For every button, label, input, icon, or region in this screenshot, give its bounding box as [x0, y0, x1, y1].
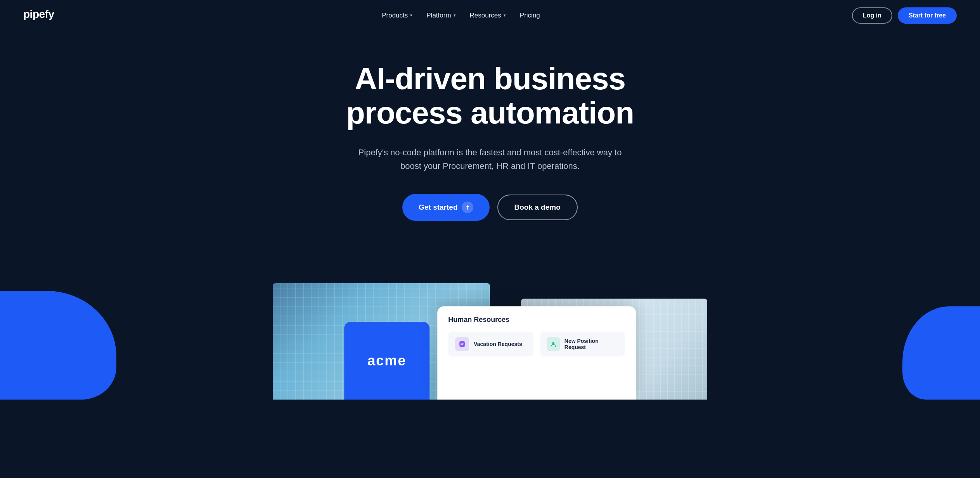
hero-section: AI-driven business process automation Pi…	[0, 31, 980, 244]
vacation-requests-label: Vacation Requests	[474, 341, 522, 347]
nav-resources-label: Resources	[470, 12, 501, 19]
nav-resources[interactable]: Resources ▾	[470, 12, 506, 19]
logo[interactable]: pipefy	[23, 7, 70, 24]
book-demo-button[interactable]: Book a demo	[497, 195, 578, 220]
svg-point-4	[552, 342, 554, 344]
get-started-button[interactable]: Get started ↗	[402, 194, 489, 221]
hero-buttons: Get started ↗ Book a demo	[402, 194, 578, 221]
chevron-down-icon: ▾	[504, 13, 506, 18]
nav-right: Log in Start for free	[852, 7, 957, 24]
get-started-label: Get started	[419, 203, 457, 212]
acme-label: acme	[367, 353, 406, 369]
ui-card-container: acme Human Resources Vacation Requests	[344, 306, 636, 400]
hero-title: AI-driven business process automation	[315, 62, 665, 130]
svg-rect-3	[461, 344, 463, 345]
svg-rect-2	[461, 343, 464, 344]
hr-items: Vacation Requests New Position Request	[448, 332, 625, 356]
nav-platform-label: Platform	[426, 12, 451, 19]
login-button[interactable]: Log in	[852, 7, 892, 24]
navbar: pipefy Products ▾ Platform ▾ Resources ▾…	[0, 0, 980, 31]
nav-pricing[interactable]: Pricing	[520, 12, 540, 19]
nav-products[interactable]: Products ▾	[382, 12, 412, 19]
vacation-icon	[455, 337, 469, 351]
position-icon	[547, 337, 560, 351]
arrow-icon: ↗	[459, 199, 475, 216]
hr-card: Human Resources Vacation Requests	[437, 306, 636, 400]
svg-text:pipefy: pipefy	[23, 8, 54, 20]
position-request-label: New Position Request	[564, 338, 618, 350]
logo-text: pipefy	[23, 7, 70, 24]
start-free-button[interactable]: Start for free	[898, 7, 957, 24]
chevron-down-icon: ▾	[410, 13, 412, 18]
hero-subtitle: Pipefy's no-code platform is the fastest…	[358, 146, 622, 173]
nav-platform[interactable]: Platform ▾	[426, 12, 455, 19]
hr-card-title: Human Resources	[448, 316, 625, 324]
acme-card: acme	[344, 322, 429, 400]
nav-products-label: Products	[382, 12, 408, 19]
hr-item-vacation: Vacation Requests	[448, 332, 533, 356]
nav-pricing-label: Pricing	[520, 12, 540, 19]
hr-item-position: New Position Request	[540, 332, 625, 356]
bottom-section: acme Human Resources Vacation Requests	[0, 268, 980, 400]
chevron-down-icon: ▾	[454, 13, 456, 18]
nav-center: Products ▾ Platform ▾ Resources ▾ Pricin…	[382, 12, 540, 19]
